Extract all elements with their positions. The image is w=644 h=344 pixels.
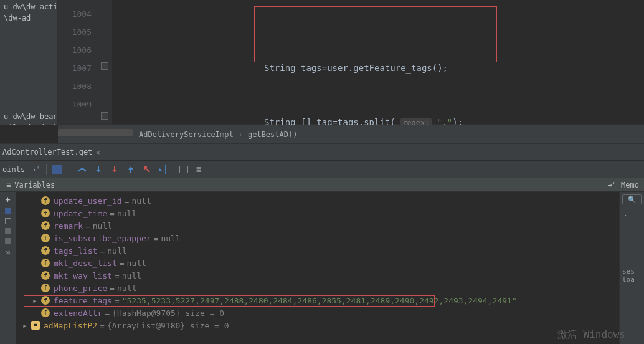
variable-row[interactable]: ▸≡adMapListP2 = {ArrayList@9180} size = … bbox=[16, 319, 619, 332]
variable-row[interactable]: fmkt_way_list = null bbox=[16, 269, 619, 282]
breadcrumb-class[interactable]: AdDeliveryServiceImpl bbox=[139, 130, 234, 139]
variable-name: tags_list bbox=[54, 246, 97, 256]
step-into-icon[interactable] bbox=[93, 164, 104, 175]
line-number-gutter: 1004 1005 1006 1007 1008 1009 bbox=[58, 0, 98, 124]
expand-icon[interactable]: ▸ bbox=[31, 296, 39, 305]
variable-value: null bbox=[93, 221, 112, 231]
code-content[interactable]: String tags=user.getFeature_tags(); Stri… bbox=[112, 0, 644, 124]
variable-value: null bbox=[127, 259, 146, 268]
field-icon: f bbox=[41, 308, 50, 317]
variable-value: null bbox=[117, 209, 136, 218]
evaluate-icon[interactable] bbox=[179, 166, 188, 173]
trace-icon[interactable]: ≣ bbox=[193, 164, 204, 175]
highlight-annotation bbox=[254, 6, 497, 62]
tool-icon[interactable]: ∞ bbox=[6, 248, 10, 257]
breadcrumb-method[interactable]: getBestAD() bbox=[248, 130, 297, 139]
variable-name: extendAttr bbox=[54, 308, 102, 318]
project-sidebar[interactable]: u-dw\dw-action \dw-ad u-dw\dw-bean gilu-… bbox=[0, 0, 58, 125]
variable-name: update_user_id bbox=[54, 196, 122, 206]
menu-icon[interactable]: ⋮ bbox=[622, 209, 642, 217]
variable-value: null bbox=[107, 246, 126, 256]
variables-title: Variables bbox=[14, 181, 55, 189]
variable-value: {ArrayList@9180} size = 0 bbox=[107, 321, 229, 330]
variable-value: "5235,5233,5227,2497,2488,2480,2484,2486… bbox=[122, 296, 517, 305]
field-icon: f bbox=[41, 271, 50, 280]
memory-tab[interactable]: →" Memo bbox=[607, 181, 639, 189]
field-icon: f bbox=[41, 246, 50, 255]
field-icon: f bbox=[41, 234, 50, 242]
variables-panel[interactable]: + ∞ fupdate_user_id = nullfupdate_time =… bbox=[0, 192, 644, 344]
variable-row[interactable]: ftags_list = null bbox=[16, 244, 619, 257]
stack-icon[interactable] bbox=[52, 165, 62, 174]
variable-row[interactable]: fphone_price = null bbox=[16, 282, 619, 294]
sidebar-file-item[interactable]: u-dw\dw-action bbox=[1, 1, 56, 12]
code-editor[interactable]: 1004 1005 1006 1007 1008 1009 String tag… bbox=[58, 0, 644, 125]
variable-value: null bbox=[122, 271, 141, 280]
variable-name: phone_price bbox=[54, 284, 107, 293]
variables-panel-header[interactable]: ≡ Variables →" Memo bbox=[0, 178, 644, 192]
sidebar-file-item[interactable]: \dw-ad bbox=[1, 12, 56, 24]
variable-row[interactable]: ▸ffeature_tags = "5235,5233,5227,2497,24… bbox=[16, 294, 619, 307]
debug-toolbar[interactable]: oints →" ▸│ ≣ bbox=[0, 161, 644, 178]
close-icon[interactable]: ✕ bbox=[97, 149, 100, 156]
field-icon: f bbox=[41, 284, 50, 292]
tool-icon[interactable] bbox=[5, 218, 11, 224]
step-over-icon[interactable] bbox=[77, 164, 88, 175]
variable-row[interactable]: fextendAttr = {HashMap@9705} size = 0 bbox=[16, 307, 619, 319]
list-icon: ≡ bbox=[31, 321, 40, 330]
variable-value: {HashMap@9705} size = 0 bbox=[112, 308, 224, 318]
field-icon: f bbox=[41, 209, 50, 217]
tool-icon[interactable] bbox=[5, 208, 11, 214]
variables-toolbar[interactable]: + ∞ bbox=[0, 192, 16, 344]
settings-icon[interactable]: →" bbox=[30, 164, 41, 175]
fold-gutter[interactable] bbox=[98, 0, 112, 124]
tab-label[interactable]: AdControllerTest.get bbox=[2, 148, 93, 156]
tool-icon[interactable] bbox=[5, 238, 11, 244]
force-step-into-icon[interactable] bbox=[109, 164, 120, 175]
fold-marker[interactable] bbox=[101, 112, 108, 120]
variable-row[interactable]: fupdate_time = null bbox=[16, 207, 619, 219]
field-icon: f bbox=[41, 196, 50, 205]
field-icon: f bbox=[41, 259, 50, 267]
search-icon[interactable]: 🔍 bbox=[622, 194, 642, 204]
variable-value: null bbox=[161, 234, 180, 243]
field-icon: f bbox=[41, 296, 50, 305]
run-to-cursor-icon[interactable]: ▸│ bbox=[158, 164, 169, 175]
breadcrumb-bar[interactable]: AdDeliveryServiceImpl › getBestAD() bbox=[58, 125, 644, 143]
toolbar-label: oints bbox=[2, 165, 25, 174]
variable-row[interactable]: fmkt_desc_list = null bbox=[16, 257, 619, 269]
variable-row[interactable]: fis_subscribe_epapper = null bbox=[16, 232, 619, 244]
fold-marker[interactable] bbox=[101, 62, 108, 70]
sidebar-file-item[interactable]: gilu-dw\dw-busi bbox=[1, 122, 56, 125]
side-text: ses loa bbox=[622, 267, 642, 284]
variable-row[interactable]: fupdate_user_id = null bbox=[16, 194, 619, 207]
list-icon: ≡ bbox=[6, 181, 11, 189]
variable-value: null bbox=[131, 196, 151, 206]
right-panel[interactable]: 🔍 ⋮ ses loa bbox=[619, 192, 644, 344]
add-watch-icon[interactable]: + bbox=[5, 194, 10, 204]
variable-name: feature_tags bbox=[54, 296, 112, 305]
step-out-icon[interactable] bbox=[125, 164, 136, 175]
expand-icon[interactable]: ▸ bbox=[21, 321, 29, 330]
debug-tab-bar[interactable]: AdControllerTest.get ✕ bbox=[0, 143, 644, 161]
variable-name: adMapListP2 bbox=[44, 321, 97, 330]
tool-icon[interactable] bbox=[5, 228, 11, 234]
variable-name: is_subscribe_epapper bbox=[54, 234, 151, 243]
field-icon: f bbox=[41, 221, 50, 230]
sidebar-file-item[interactable]: u-dw\dw-bean bbox=[1, 111, 56, 122]
variable-name: remark bbox=[54, 221, 83, 231]
variable-row[interactable]: fremark = null bbox=[16, 219, 619, 232]
variable-name: mkt_desc_list bbox=[54, 259, 117, 268]
variable-name: mkt_way_list bbox=[54, 271, 112, 280]
drop-frame-icon[interactable] bbox=[141, 164, 153, 175]
variable-value: null bbox=[117, 284, 136, 293]
horizontal-scrollbar[interactable] bbox=[58, 129, 133, 136]
variable-name: update_time bbox=[54, 209, 107, 218]
variables-tree[interactable]: fupdate_user_id = nullfupdate_time = nul… bbox=[16, 192, 619, 344]
